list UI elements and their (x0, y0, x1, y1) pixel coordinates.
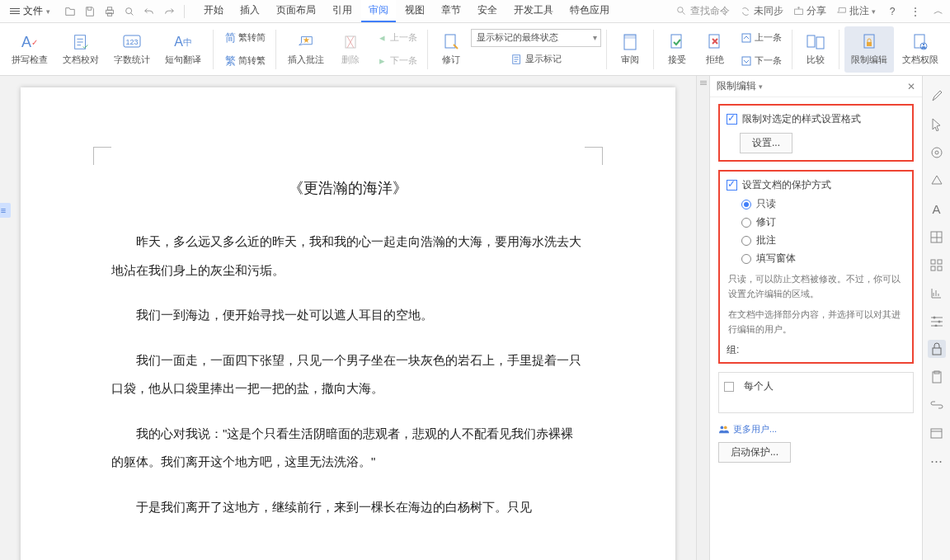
doc-permission-button[interactable]: 文档权限 (896, 26, 945, 73)
margin-corner (585, 147, 603, 165)
prev-comment-button[interactable]: ◂上一条 (370, 27, 422, 49)
tab-review[interactable]: 审阅 (361, 0, 396, 22)
save-icon[interactable] (83, 5, 96, 18)
users-icon (718, 425, 730, 435)
radio-icon (741, 200, 751, 209)
track-changes-button[interactable]: 修订 (433, 26, 469, 73)
compare-button[interactable]: 比较 (797, 26, 834, 73)
restrict-format-checkbox[interactable]: 限制对选定的样式设置格式 (727, 112, 905, 126)
more-users-link[interactable]: 更多用户... (718, 423, 914, 435)
brush-icon[interactable] (928, 87, 946, 106)
tab-view[interactable]: 视图 (397, 0, 432, 22)
apps-icon[interactable] (928, 256, 946, 274)
help-icon[interactable]: ? (886, 5, 899, 18)
lock-strip-icon[interactable] (928, 340, 946, 358)
cursor-icon[interactable] (928, 115, 946, 134)
menubar: 文件 ▾ 开始 插入 页面布局 引用 审阅 视图 章节 安全 开发工具 特色应用… (0, 0, 950, 23)
page-indicator-icon[interactable]: ≡ (0, 203, 11, 218)
svg-point-3 (126, 7, 132, 13)
tab-security[interactable]: 安全 (470, 0, 505, 22)
workspace: ≡ 《更浩瀚的海洋》 昨天，多么远又多么近的昨天，我和我的心一起走向浩瀚的大海，… (0, 76, 950, 560)
proofread-button[interactable]: 文档校对 (56, 26, 106, 73)
svg-point-4 (678, 7, 684, 13)
undo-icon[interactable] (143, 5, 156, 18)
link-icon[interactable] (928, 396, 946, 414)
up-icon (740, 31, 753, 45)
settings-button[interactable]: 设置... (740, 133, 792, 153)
tab-chapter[interactable]: 章节 (434, 0, 468, 22)
window-icon[interactable] (928, 424, 946, 442)
next-comment-button[interactable]: ▸下一条 (370, 50, 422, 72)
mode-form[interactable]: 填写窗体 (741, 252, 905, 266)
command-search[interactable]: 查找命令 (676, 4, 730, 18)
translate-button[interactable]: A中 短句翻译 (158, 26, 208, 73)
text-style-icon[interactable]: A (928, 200, 946, 218)
doc-title: 《更浩瀚的海洋》 (111, 178, 585, 198)
sliders-icon[interactable] (928, 312, 946, 330)
close-icon[interactable]: ✕ (907, 81, 915, 92)
mode-track[interactable]: 修订 (741, 215, 905, 229)
svg-point-36 (938, 321, 940, 323)
more-icon[interactable]: ⋮ (909, 5, 922, 18)
prev-change-button[interactable]: 上一条 (735, 27, 787, 49)
everyone-checkbox[interactable]: 每个人 (724, 379, 908, 393)
tab-layout[interactable]: 页面布局 (269, 0, 323, 22)
share-button[interactable]: 分享 (793, 4, 826, 18)
show-markup-button[interactable]: 显示标记 (471, 49, 601, 70)
highlight-box-1: 限制对选定的样式设置格式 设置... (718, 104, 914, 162)
reject-button[interactable]: 拒绝 (697, 26, 733, 73)
redo-icon[interactable] (162, 5, 176, 18)
open-icon[interactable] (63, 5, 77, 18)
next-icon: ▸ (375, 54, 388, 68)
tab-apps[interactable]: 特色应用 (562, 0, 617, 22)
wordcount-button[interactable]: 123 字数统计 (107, 26, 157, 73)
trad-to-simp-button[interactable]: 简 繁转简 (219, 27, 270, 49)
file-menu[interactable]: 文件 ▾ (5, 2, 55, 20)
mode-readonly[interactable]: 只读 (741, 197, 905, 211)
clipboard-icon[interactable] (928, 368, 946, 386)
mode-comment[interactable]: 批注 (741, 233, 905, 247)
group-list: 每个人 (718, 372, 914, 413)
hamburger-icon (10, 8, 20, 14)
preview-icon[interactable] (123, 5, 136, 18)
svg-point-35 (933, 317, 935, 319)
grid-icon[interactable] (928, 228, 946, 246)
accept-button[interactable]: 接受 (659, 26, 695, 73)
insert-comment-button[interactable]: ★ 插入批注 (281, 26, 331, 73)
accept-icon (667, 32, 687, 52)
vertical-scrollbar[interactable] (696, 76, 709, 560)
tab-ref[interactable]: 引用 (325, 0, 360, 22)
chart-icon[interactable] (928, 284, 946, 302)
svg-text:★: ★ (303, 35, 310, 45)
review-pane-icon (620, 32, 640, 52)
print-icon[interactable] (103, 5, 116, 18)
more-strip-icon[interactable]: ⋯ (928, 452, 946, 470)
document-area: ≡ 《更浩瀚的海洋》 昨天，多么远又多么近的昨天，我和我的心一起走向浩瀚的大海，… (0, 76, 696, 560)
protect-mode-checkbox[interactable]: 设置文档的保护方式 (727, 178, 905, 192)
delete-comment-button[interactable]: 删除 (332, 26, 369, 73)
tab-start[interactable]: 开始 (196, 0, 231, 22)
panel-title: 限制编辑 ▾ (717, 79, 763, 93)
highlight-box-2: 设置文档的保护方式 只读 修订 批注 填写窗体 只读，可以防止文档被修改。不过，… (718, 170, 914, 364)
hint-text: 在文档中选择部分内容，并选择可以对其进行编辑的用户。 (728, 308, 905, 336)
collapse-icon[interactable]: ︿ (932, 5, 945, 18)
review-pane-button[interactable]: 审阅 (612, 26, 648, 73)
next-change-button[interactable]: 下一条 (735, 50, 787, 72)
svg-rect-19 (807, 35, 815, 47)
comment-button[interactable]: 批注 ▾ (836, 4, 876, 18)
target-icon[interactable] (928, 144, 946, 162)
tab-dev[interactable]: 开发工具 (506, 0, 561, 22)
start-protect-button[interactable]: 启动保护... (718, 442, 791, 463)
restrict-edit-button[interactable]: 限制编辑 (844, 26, 894, 73)
svg-rect-5 (795, 9, 803, 15)
tab-insert[interactable]: 插入 (233, 0, 267, 22)
hint-text: 只读，可以防止文档被修改。不过，你可以设置允许编辑的区域。 (728, 272, 905, 301)
markup-display-select[interactable]: 显示标记的最终状态 (471, 29, 601, 47)
sync-status[interactable]: 未同步 (740, 4, 783, 18)
comment-icon: ★ (296, 32, 316, 52)
svg-point-25 (923, 44, 924, 45)
spellcheck-button[interactable]: A✓ 拼写检查 (5, 26, 54, 73)
simp-to-trad-button[interactable]: 繁 简转繁 (219, 50, 270, 72)
shape-icon[interactable] (928, 172, 946, 190)
wordcount-icon: 123 (122, 32, 142, 52)
